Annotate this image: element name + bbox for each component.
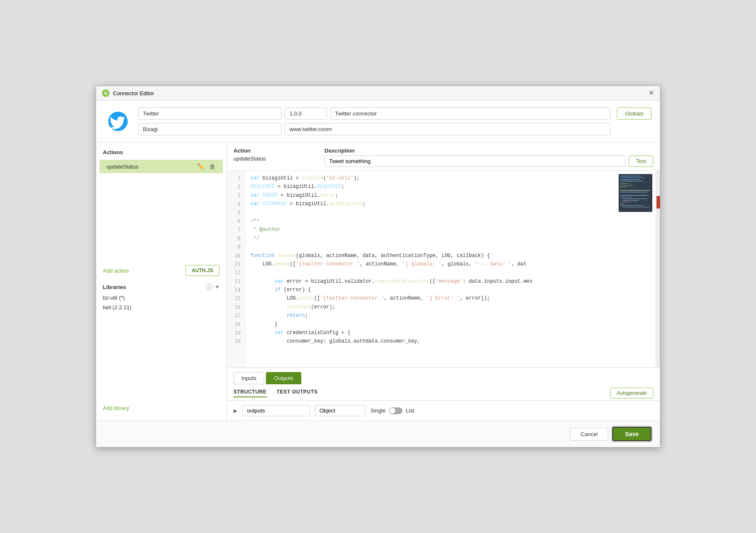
libraries-title: Libraries xyxy=(103,284,126,290)
subtab-test-outputs[interactable]: TEST OUTPUTS xyxy=(277,389,318,397)
subtab-structure[interactable]: STRUCTURE xyxy=(233,389,267,397)
svg-rect-10 xyxy=(620,185,633,186)
action-name-value: updateStatus xyxy=(233,154,318,162)
auth-js-button[interactable]: AUTH.JS xyxy=(185,265,220,276)
autogenerate-button[interactable]: Autogenerate xyxy=(610,388,653,399)
list-label: List xyxy=(406,407,414,414)
description-col-title: Description xyxy=(324,147,355,154)
desc-column: Description Test xyxy=(324,147,653,167)
single-list-toggle: Single List xyxy=(370,407,414,414)
test-button[interactable]: Test xyxy=(629,155,653,167)
ln-1: 1 xyxy=(227,174,245,182)
header-area: Globals xyxy=(96,101,660,142)
app-icon: G xyxy=(102,89,110,97)
cancel-button[interactable]: Cancel xyxy=(570,428,608,441)
svg-rect-18 xyxy=(622,202,630,203)
code-minimap-area xyxy=(619,171,656,367)
connector-editor-window: G Connector Editor ✕ Globals Actions xyxy=(96,86,660,447)
action-item-updatestatus[interactable]: updateStatus ✏️ 🗑 xyxy=(99,160,223,173)
ln-14: 14 xyxy=(227,286,245,294)
subtab-group: STRUCTURE TEST OUTPUTS xyxy=(233,389,318,397)
code-scrollbar[interactable] xyxy=(656,171,660,367)
scrollbar-thumb[interactable] xyxy=(657,196,660,209)
ln-9: 9 xyxy=(227,243,245,251)
action-col-title: Action xyxy=(233,147,318,154)
libraries-header: Libraries i ▼ xyxy=(96,279,226,293)
output-name-input[interactable] xyxy=(242,405,310,416)
ln-2: 2 xyxy=(227,182,245,191)
outputs-expand-icon[interactable]: ▶ xyxy=(233,408,237,414)
edit-action-button[interactable]: ✏️ xyxy=(196,163,205,170)
add-action-link[interactable]: Add action xyxy=(103,268,129,274)
output-type-input[interactable] xyxy=(315,405,365,416)
svg-rect-21 xyxy=(622,207,649,208)
svg-rect-16 xyxy=(622,198,647,199)
action-item-icons: ✏️ 🗑 xyxy=(196,163,216,170)
ln-10: 10 xyxy=(227,252,245,260)
add-library-link[interactable]: Add library xyxy=(96,401,226,415)
svg-rect-5 xyxy=(620,176,641,177)
svg-rect-12 xyxy=(620,190,650,191)
title-bar: G Connector Editor ✕ xyxy=(96,86,660,101)
code-content[interactable]: var bizagiUtil = require('bz-util'); REQ… xyxy=(245,171,619,367)
right-panel: Action updateStatus Description Test 1 xyxy=(227,142,660,421)
svg-rect-14 xyxy=(620,195,649,196)
subtab-bar: STRUCTURE TEST OUTPUTS Autogenerate xyxy=(227,384,660,401)
connector-author-input[interactable] xyxy=(138,123,281,135)
libraries-chevron-icon[interactable]: ▼ xyxy=(215,284,220,289)
footer: Cancel Save xyxy=(96,421,660,447)
ln-5: 5 xyxy=(227,209,245,217)
libraries-info-icon[interactable]: i xyxy=(206,284,212,290)
outputs-row: ▶ Single List xyxy=(227,401,660,421)
ln-3: 3 xyxy=(227,191,245,200)
action-desc-header: Action updateStatus Description Test xyxy=(227,142,660,170)
ln-12: 12 xyxy=(227,268,245,277)
action-item-label: updateStatus xyxy=(106,163,139,170)
ln-17: 17 xyxy=(227,311,245,320)
connector-version-input[interactable] xyxy=(285,107,327,120)
svg-rect-8 xyxy=(620,181,643,182)
connector-name-input[interactable] xyxy=(138,107,281,120)
delete-action-button[interactable]: 🗑 xyxy=(209,163,216,170)
code-minimap xyxy=(619,174,652,212)
library-item-0: bz-util (*) xyxy=(96,293,226,303)
save-button[interactable]: Save xyxy=(612,427,651,441)
tab-inputs-button[interactable]: Inputs xyxy=(233,372,264,384)
libraries-controls: i ▼ xyxy=(206,284,220,290)
desc-input-row: Test xyxy=(324,155,653,167)
globals-button[interactable]: Globals xyxy=(617,107,651,120)
main-body: Actions updateStatus ✏️ 🗑 Add action AUT… xyxy=(96,142,660,421)
description-input[interactable] xyxy=(324,155,625,167)
ln-4: 4 xyxy=(227,200,245,208)
ln-7: 7 xyxy=(227,225,245,234)
connector-website-input[interactable] xyxy=(285,123,610,135)
library-item-1: twit (2.2.11) xyxy=(96,303,226,312)
svg-rect-20 xyxy=(620,205,643,206)
svg-rect-9 xyxy=(620,183,629,184)
add-action-row: Add action AUTH.JS xyxy=(96,262,226,279)
ln-20: 20 xyxy=(227,337,245,346)
close-button[interactable]: ✕ xyxy=(649,90,654,96)
connector-description-input[interactable] xyxy=(330,107,610,120)
svg-rect-19 xyxy=(620,204,625,204)
single-list-toggle-track[interactable] xyxy=(389,407,402,414)
svg-rect-15 xyxy=(620,197,633,198)
window-title: Connector Editor xyxy=(113,90,154,96)
toggle-thumb xyxy=(389,408,395,414)
bottom-section: Inputs Outputs STRUCTURE TEST OUTPUTS Au… xyxy=(227,367,660,421)
ln-8: 8 xyxy=(227,234,245,243)
ln-18: 18 xyxy=(227,320,245,329)
ln-15: 15 xyxy=(227,294,245,303)
action-column: Action updateStatus xyxy=(233,147,318,162)
ln-19: 19 xyxy=(227,329,245,337)
title-bar-left: G Connector Editor xyxy=(102,89,154,97)
svg-rect-7 xyxy=(620,179,639,180)
svg-rect-13 xyxy=(620,192,648,193)
line-numbers: 1 2 3 4 5 6 7 8 9 10 11 12 13 14 15 16 1 xyxy=(227,171,245,367)
ln-6: 6 xyxy=(227,217,245,225)
tab-outputs-button[interactable]: Outputs xyxy=(266,372,301,384)
ln-16: 16 xyxy=(227,303,245,311)
code-editor[interactable]: 1 2 3 4 5 6 7 8 9 10 11 12 13 14 15 16 1 xyxy=(227,170,660,367)
single-label: Single xyxy=(370,407,386,414)
desc-header-row: Description xyxy=(324,147,653,154)
